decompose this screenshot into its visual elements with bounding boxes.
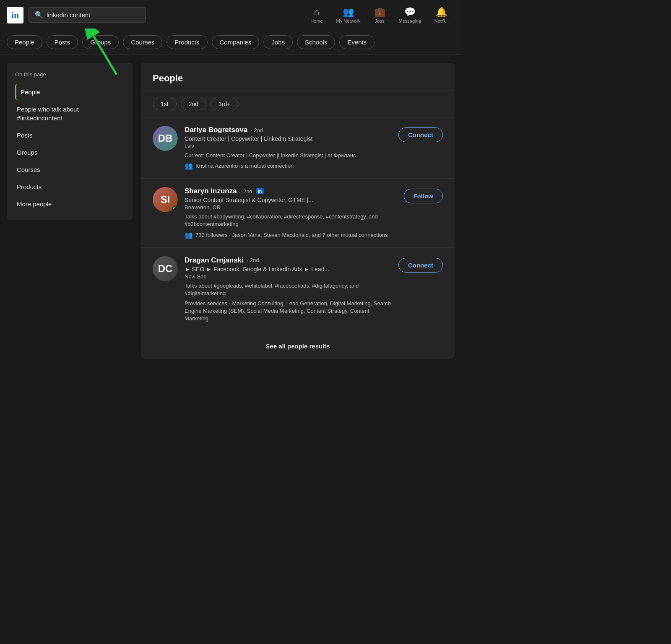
avatar-dariya[interactable]: DB <box>153 126 178 151</box>
person-name-row-sharyn: Sharyn Inzunza · 2nd in <box>185 187 397 195</box>
top-navigation: in 🔍 ⌂ Home 👥 My Network 💼 Jobs 💬 Messag… <box>0 0 461 30</box>
person-description-sharyn: Talks about #copywriting, #collaboration… <box>185 213 397 228</box>
online-indicator-sharyn <box>172 206 177 211</box>
degree-filter-1st[interactable]: 1st <box>153 98 177 110</box>
tab-schools[interactable]: Schools <box>297 35 335 49</box>
sidebar-nav: People People who talk about #linkedinco… <box>15 84 124 212</box>
search-input[interactable] <box>47 11 140 18</box>
person-title-dragan: ► SEO ► Facebook, Google & LinkedIn Ads … <box>185 266 392 273</box>
person-action-dariya: Connect <box>398 126 443 142</box>
person-card-dariya: DB Dariya Bogretsova · 2nd Content Creat… <box>141 117 455 179</box>
sidebar-item-posts[interactable]: Posts <box>15 127 124 143</box>
my-network-icon: 👥 <box>343 7 354 18</box>
tab-events[interactable]: Events <box>339 35 375 49</box>
search-icon: 🔍 <box>35 11 43 19</box>
person-location-dragan: Novi Sad <box>185 273 392 280</box>
linkedin-logo[interactable]: in <box>7 7 23 23</box>
sidebar-item-more-people[interactable]: More people <box>15 196 124 212</box>
li-badge-sharyn: in <box>256 188 264 194</box>
degree-badge-dragan: · 2nd <box>247 257 259 263</box>
nav-home[interactable]: ⌂ Home <box>304 3 328 27</box>
mutual-icon-dariya: 👥 <box>185 162 193 170</box>
avatar-dragan[interactable]: DC <box>153 256 178 281</box>
person-name-sharyn[interactable]: Sharyn Inzunza <box>185 187 237 195</box>
degree-filters: 1st 2nd 3rd+ <box>141 91 455 117</box>
nav-notifications[interactable]: 🔔 Notifi... <box>429 3 455 27</box>
sidebar-title: On this page <box>15 71 124 78</box>
person-info-sharyn: Sharyn Inzunza · 2nd in Senior Content S… <box>185 187 397 239</box>
messaging-icon: 💬 <box>404 7 416 18</box>
person-name-dragan[interactable]: Dragan Crnjanski <box>185 256 244 265</box>
person-location-dariya: Lviv <box>185 143 392 149</box>
tab-people[interactable]: People <box>7 35 42 49</box>
degree-badge-dariya: · 2nd <box>251 127 263 133</box>
connect-button-dragan[interactable]: Connect <box>398 258 443 273</box>
person-info-dragan: Dragan Crnjanski · 2nd ► SEO ► Facebook,… <box>185 256 392 325</box>
nav-items: ⌂ Home 👥 My Network 💼 Jobs 💬 Messaging 🔔… <box>304 3 455 27</box>
person-name-dariya[interactable]: Dariya Bogretsova <box>185 126 247 134</box>
person-action-sharyn: Follow <box>404 187 443 203</box>
sidebar-item-groups[interactable]: Groups <box>15 145 124 160</box>
person-description-dragan: Talks about #googleads, #whitelabel, #fa… <box>185 282 392 297</box>
see-all-people[interactable]: See all people results <box>141 334 455 358</box>
home-icon: ⌂ <box>314 7 319 18</box>
degree-badge-sharyn: · 2nd <box>240 188 252 195</box>
person-location-sharyn: Beaverton, OR <box>185 204 397 210</box>
tab-products[interactable]: Products <box>166 35 207 49</box>
sidebar-item-courses[interactable]: Courses <box>15 162 124 177</box>
person-description-dariya: Current: Content Creator | Copywriter |L… <box>185 152 392 159</box>
tab-courses[interactable]: Courses <box>123 35 162 49</box>
sidebar-item-people[interactable]: People <box>15 84 124 100</box>
mutual-icon-sharyn: 👥 <box>185 231 193 239</box>
degree-filter-2nd[interactable]: 2nd <box>181 98 206 110</box>
tab-groups[interactable]: Groups <box>82 35 119 49</box>
avatar-sharyn[interactable]: SI <box>153 187 178 212</box>
search-bar[interactable]: 🔍 <box>29 7 146 23</box>
sidebar-item-products[interactable]: Products <box>15 179 124 195</box>
person-title-sharyn: Senior Content Strategist & Copywriter, … <box>185 197 397 203</box>
results-panel: People 1st 2nd 3rd+ DB Dariya Bogretsova… <box>141 63 455 358</box>
tab-jobs[interactable]: Jobs <box>263 35 293 49</box>
sidebar: On this page People People who talk abou… <box>7 63 133 220</box>
tab-posts[interactable]: Posts <box>47 35 78 49</box>
main-content: On this page People People who talk abou… <box>0 55 461 367</box>
person-services-dragan: Provides services - Marketing Consulting… <box>185 300 392 323</box>
nav-messaging[interactable]: 💬 Messaging <box>393 3 427 27</box>
sidebar-item-people-hashtag[interactable]: People who talk about #linkedincontent <box>15 101 124 126</box>
person-info-dariya: Dariya Bogretsova · 2nd Content Creator … <box>185 126 392 170</box>
nav-jobs[interactable]: 💼 Jobs <box>368 3 391 27</box>
person-mutual-dariya: 👥 Kristina Azarenko is a mutual connecti… <box>185 162 392 170</box>
person-action-dragan: Connect <box>398 256 443 273</box>
nav-my-network[interactable]: 👥 My Network <box>330 3 367 27</box>
jobs-icon: 💼 <box>374 7 385 18</box>
degree-filter-3rd[interactable]: 3rd+ <box>211 98 238 110</box>
tab-companies[interactable]: Companies <box>212 35 260 49</box>
person-name-row-dariya: Dariya Bogretsova · 2nd <box>185 126 392 134</box>
person-title-dariya: Content Creator | Copywriter | LinkedIn … <box>185 135 392 142</box>
follow-button-sharyn[interactable]: Follow <box>404 189 443 203</box>
filter-tabs: People Posts Groups Courses Products Com… <box>0 30 461 55</box>
person-card-dragan: DC Dragan Crnjanski · 2nd ► SEO ► Facebo… <box>141 248 455 334</box>
person-card-sharyn: SI Sharyn Inzunza · 2nd in Senior Conten… <box>141 179 455 247</box>
person-name-row-dragan: Dragan Crnjanski · 2nd <box>185 256 392 265</box>
results-section-title: People <box>141 63 455 91</box>
notifications-icon: 🔔 <box>436 7 447 18</box>
connect-button-dariya[interactable]: Connect <box>398 127 443 142</box>
person-mutual-sharyn: 👥 732 followers · Jason Vana, Steven Mac… <box>185 231 397 239</box>
